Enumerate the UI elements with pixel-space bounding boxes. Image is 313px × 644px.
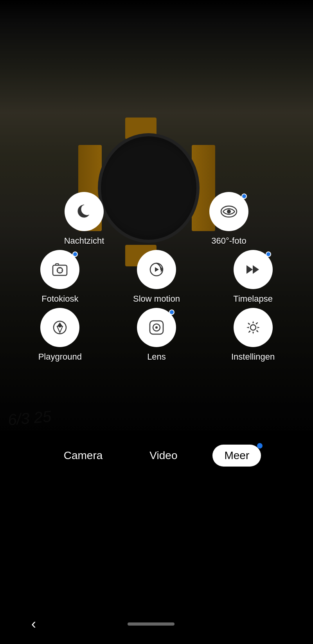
mode-slowmotion[interactable]: Slow motion <box>117 250 196 304</box>
svg-point-18 <box>155 326 158 329</box>
svg-marker-12 <box>253 265 259 274</box>
mode-instellingen-icon-wrap <box>234 308 273 347</box>
mode-lens-dot <box>169 309 174 315</box>
tab-video[interactable]: Video <box>138 445 189 467</box>
mode-nachtzicht-circle <box>65 192 104 231</box>
svg-marker-10 <box>155 267 159 272</box>
mode-timelapse[interactable]: Timelapse <box>214 250 292 304</box>
nav-bar: ‹ <box>0 616 313 632</box>
mode-instellingen-circle <box>234 308 273 347</box>
mode-lens-icon-wrap <box>137 308 176 347</box>
mode-nachtzicht-icon-wrap <box>65 192 104 231</box>
modes-row-3: Playground Lens <box>12 308 301 362</box>
mode-timelapse-dot <box>266 251 271 257</box>
mode-instellingen-label: Instellingen <box>231 352 275 362</box>
mode-360foto[interactable]: 360°-foto <box>190 192 268 246</box>
mode-timelapse-label: Timelapse <box>233 294 273 304</box>
tab-meer[interactable]: Meer <box>212 445 261 467</box>
mode-playground-icon-wrap <box>40 308 79 347</box>
tab-camera[interactable]: Camera <box>52 445 115 467</box>
mode-playground-label: Playground <box>38 352 82 362</box>
mode-slowmotion-icon-wrap <box>137 250 176 289</box>
mode-timelapse-icon-wrap <box>234 250 273 289</box>
mode-nachtzicht-label: Nachtzicht <box>64 236 104 246</box>
mode-playground-circle <box>40 308 79 347</box>
mode-lens-label: Lens <box>147 352 166 362</box>
mode-360foto-dot <box>241 194 247 199</box>
modes-row-1: Nachtzicht 360°-foto <box>12 192 301 246</box>
mode-fotokiosk[interactable]: Fotokiosk <box>21 250 99 304</box>
mode-slowmotion-label: Slow motion <box>133 294 180 304</box>
nav-pill <box>128 622 174 626</box>
nav-tabs: Camera Video Meer <box>0 437 313 474</box>
mode-360foto-icon-wrap <box>209 192 248 231</box>
mode-fotokiosk-icon-wrap <box>40 250 79 289</box>
svg-point-19 <box>250 325 256 330</box>
mode-lens[interactable]: Lens <box>117 308 196 362</box>
mode-slowmotion-circle <box>137 250 176 289</box>
modes-grid: Nachtzicht 360°-foto <box>0 192 313 366</box>
modes-row-2: Fotokiosk Slow motion <box>12 250 301 304</box>
mode-nachtzicht[interactable]: Nachtzicht <box>45 192 123 246</box>
svg-point-15 <box>59 325 61 327</box>
mode-360foto-label: 360°-foto <box>211 236 246 246</box>
mode-instellingen[interactable]: Instellingen <box>214 308 292 362</box>
mode-playground[interactable]: Playground <box>21 308 99 362</box>
back-button[interactable]: ‹ <box>31 616 36 632</box>
mode-fotokiosk-dot <box>72 251 78 257</box>
mode-fotokiosk-label: Fotokiosk <box>41 294 78 304</box>
tab-meer-dot <box>257 443 263 449</box>
svg-rect-2 <box>53 265 67 275</box>
svg-marker-11 <box>246 265 253 274</box>
svg-point-1 <box>227 210 231 213</box>
